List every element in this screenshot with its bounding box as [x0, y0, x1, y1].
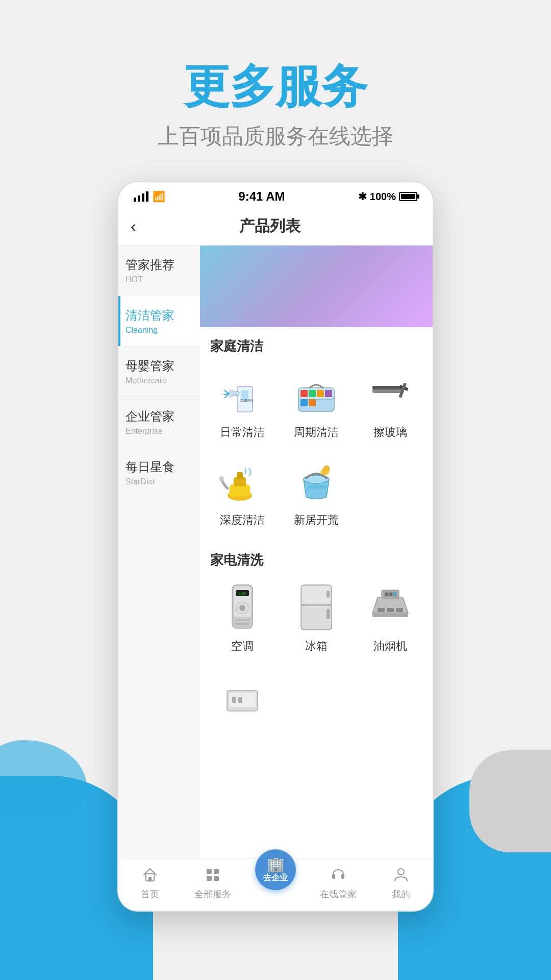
item-daily-clean[interactable]: CLEAN 日常清洁	[205, 360, 279, 448]
tab-enterprise[interactable]: 🏢 去企业	[244, 865, 307, 900]
back-button[interactable]: ‹	[131, 217, 136, 236]
svg-rect-13	[325, 390, 332, 397]
battery-icon	[399, 192, 417, 201]
svg-rect-12	[317, 390, 324, 397]
svg-rect-36	[302, 586, 331, 604]
svg-rect-15	[309, 399, 316, 406]
svg-point-47	[385, 593, 388, 596]
phone-frame: 📶 9:41 AM ✱ 100% ‹ 产品列表 管家推荐 HOT	[117, 181, 434, 912]
svg-rect-1	[232, 391, 239, 396]
building-icon: 🏢	[267, 856, 285, 873]
svg-rect-60	[332, 874, 335, 879]
svg-rect-11	[309, 390, 316, 397]
svg-rect-38	[301, 604, 332, 606]
svg-rect-52	[232, 697, 236, 703]
nav-title: 产品列表	[136, 216, 404, 237]
svg-point-34	[239, 605, 245, 611]
wifi-icon: 📶	[153, 190, 165, 203]
svg-rect-29	[235, 619, 250, 621]
item-new-home-clean[interactable]: 新居开荒	[279, 448, 353, 536]
phone-mockup: 📶 9:41 AM ✱ 100% ‹ 产品列表 管家推荐 HOT	[117, 181, 434, 912]
tab-bar: 首页 全部服务 🏢 去企业	[118, 858, 433, 911]
tab-profile-label: 我的	[392, 888, 410, 900]
hood-icon	[365, 582, 416, 633]
item-new-home-clean-label: 新居开荒	[294, 512, 339, 528]
svg-rect-40	[327, 609, 330, 619]
svg-rect-14	[300, 399, 308, 406]
item-partial[interactable]	[205, 667, 279, 740]
main-content: 家庭清洁	[200, 246, 433, 858]
tab-services[interactable]: 全部服务	[181, 865, 244, 900]
item-fridge-label: 冰箱	[305, 639, 328, 654]
svg-rect-57	[214, 869, 219, 874]
sidebar-item-mothercare[interactable]: 母婴管家 Mothercare	[118, 347, 200, 397]
person-icon	[391, 865, 411, 885]
svg-rect-10	[300, 390, 308, 397]
header-subtitle: 上百项品质服务在线选择	[0, 122, 551, 151]
promo-banner[interactable]	[200, 246, 433, 327]
item-deep-clean[interactable]: 深度清洁	[205, 448, 279, 536]
tab-enterprise-btn[interactable]: 🏢 去企业	[255, 849, 296, 890]
item-daily-clean-label: 日常清洁	[220, 425, 265, 440]
status-bar: 📶 9:41 AM ✱ 100%	[118, 182, 433, 208]
tab-butler[interactable]: 在线管家	[307, 865, 370, 900]
item-fridge[interactable]: 冰箱	[279, 574, 353, 662]
headset-icon	[328, 865, 348, 885]
sidebar-item-stardiet[interactable]: 每日星食 StarDiet	[118, 448, 200, 498]
tab-home[interactable]: 首页	[118, 865, 181, 900]
header-section: 更多服务 上百项品质服务在线选择	[0, 0, 551, 181]
item-ac-label: 空调	[231, 639, 254, 654]
sidebar-item-hot[interactable]: 管家推荐 HOT	[118, 246, 200, 296]
svg-rect-44	[387, 608, 394, 612]
svg-point-48	[389, 593, 392, 596]
daily-clean-icon: CLEAN	[217, 369, 268, 420]
item-ac[interactable]: 16°C 空调	[205, 574, 279, 662]
svg-point-49	[393, 593, 396, 596]
fridge-icon	[291, 582, 342, 633]
item-periodic-clean-label: 周期清洁	[294, 425, 339, 440]
tab-profile[interactable]: 我的	[370, 865, 433, 900]
svg-text:16°C: 16°C	[239, 592, 247, 596]
tab-butler-label: 在线管家	[320, 888, 357, 900]
sidebar-item-enterprise[interactable]: 企业管家 Enterprise	[118, 397, 200, 448]
tab-services-label: 全部服务	[194, 888, 231, 900]
signal-icon	[134, 191, 148, 202]
item-periodic-clean[interactable]: 周期清洁	[279, 360, 353, 448]
status-right: ✱ 100%	[358, 190, 417, 203]
item-hood-label: 油烟机	[373, 639, 407, 654]
window-clean-icon	[365, 369, 416, 420]
svg-point-62	[398, 869, 404, 875]
svg-rect-37	[302, 605, 331, 629]
item-hood[interactable]: 油烟机	[354, 574, 428, 662]
svg-rect-56	[207, 869, 212, 874]
content-area: 管家推荐 HOT 清洁管家 Cleaning 母婴管家 Mothercare 企…	[118, 246, 433, 858]
status-time: 9:41 AM	[238, 189, 285, 204]
svg-rect-58	[207, 876, 212, 881]
item-window-clean[interactable]: 擦玻璃	[354, 360, 428, 448]
svg-rect-59	[214, 876, 219, 881]
ac-icon: 16°C	[217, 582, 268, 633]
section-title-appliance: 家电清洗	[200, 541, 433, 574]
svg-point-26	[306, 484, 327, 489]
svg-rect-45	[396, 608, 403, 612]
tab-enterprise-label: 去企业	[263, 873, 288, 884]
svg-rect-55	[148, 877, 152, 881]
sidebar: 管家推荐 HOT 清洁管家 Cleaning 母婴管家 Mothercare 企…	[118, 246, 200, 858]
svg-rect-42	[372, 613, 408, 617]
svg-text:CLEAN: CLEAN	[240, 398, 254, 403]
svg-rect-30	[235, 623, 250, 625]
svg-line-3	[224, 390, 229, 394]
svg-rect-23	[237, 472, 243, 479]
partial-grid	[200, 667, 433, 745]
svg-rect-43	[378, 608, 385, 612]
battery-percent: 100%	[370, 191, 396, 203]
sidebar-item-cleaning[interactable]: 清洁管家 Cleaning	[118, 296, 200, 347]
tab-home-label: 首页	[141, 888, 159, 900]
item-window-clean-label: 擦玻璃	[373, 425, 407, 440]
home-cleaning-grid: CLEAN 日常清洁	[200, 360, 433, 541]
appliance-grid: 16°C 空调	[200, 574, 433, 667]
nav-bar: ‹ 产品列表	[118, 208, 433, 246]
status-left: 📶	[134, 190, 165, 203]
section-title-home-cleaning: 家庭清洁	[200, 327, 433, 360]
new-home-clean-icon	[291, 456, 342, 507]
